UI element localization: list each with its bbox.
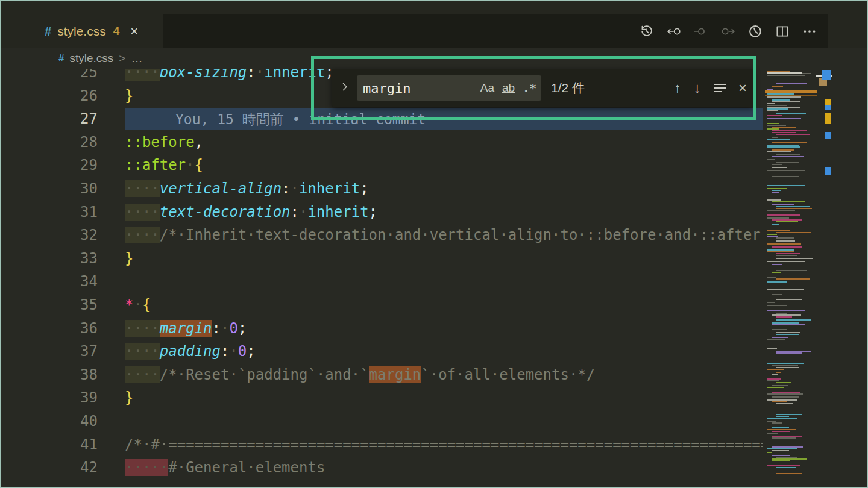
- minimap-highlight-mark: [765, 95, 817, 96]
- find-widget: margin Aa ab .* 1/2 件 ↑ ↓ ×: [332, 69, 754, 107]
- regex-toggle[interactable]: .*: [523, 81, 536, 95]
- previous-diff-icon[interactable]: [693, 23, 709, 39]
- blame-line-highlight: You, 15 時間前 • initial commit: [125, 108, 763, 130]
- minimap-highlight-mark: [765, 90, 817, 93]
- line-number: 29: [1, 154, 98, 177]
- code-line-35: *·{: [125, 293, 763, 317]
- code-line-41: /*·#·===================================…: [125, 433, 763, 457]
- code-line-37: ····padding:·0;: [125, 340, 763, 363]
- line-number: 26: [1, 84, 98, 108]
- next-diff-icon[interactable]: [720, 23, 736, 39]
- code-line-40: [125, 410, 763, 433]
- tab-label: style.css: [57, 24, 106, 39]
- code-line-33: }: [125, 247, 763, 271]
- code-line-30: ····vertical-align:·inherit;: [125, 177, 763, 201]
- gutter: 252627282930313233343536373839404142: [1, 61, 98, 480]
- code-line-32: ····/*·Inherit·text-decoration·and·verti…: [125, 224, 763, 247]
- match-count: 1/2 件: [551, 80, 585, 96]
- code-line-39: }: [125, 386, 763, 410]
- line-number: 28: [1, 131, 98, 154]
- find-toggles: Aa ab .*: [480, 81, 536, 95]
- more-actions-icon[interactable]: [802, 23, 817, 39]
- code-line-27: You, 15 時間前 • initial commit: [125, 107, 763, 131]
- line-number: 31: [1, 201, 98, 224]
- history-icon[interactable]: [639, 23, 655, 39]
- breadcrumb-file[interactable]: style.css: [69, 52, 113, 65]
- code-line-28: ::before,: [125, 131, 763, 154]
- overview-ruler-mark: [822, 70, 831, 80]
- code-line-34: [125, 270, 763, 293]
- line-number: 37: [1, 340, 98, 363]
- line-number: 38: [1, 363, 98, 387]
- line-number: 42: [1, 456, 98, 480]
- line-number: 32: [1, 224, 98, 247]
- close-find-widget-icon[interactable]: ×: [738, 81, 747, 95]
- breadcrumb-symbol[interactable]: …: [131, 52, 142, 65]
- split-editor-icon[interactable]: [775, 23, 790, 39]
- css-file-icon: #: [58, 52, 64, 64]
- breadcrumb-separator: >: [119, 52, 125, 65]
- find-query-text: margin: [363, 81, 410, 96]
- overview-ruler-mark: [825, 132, 831, 139]
- code-line-36: ····margin:·0;: [125, 317, 763, 340]
- tab-style-css[interactable]: # style.css 4 ×: [36, 14, 146, 48]
- overview-ruler-mark: [816, 75, 832, 77]
- line-number: 30: [1, 177, 98, 201]
- line-number: 35: [1, 293, 98, 317]
- breadcrumb: # style.css > …: [1, 48, 820, 69]
- tab-close-icon[interactable]: ×: [130, 23, 138, 39]
- find-input[interactable]: margin Aa ab .*: [357, 75, 541, 101]
- whole-word-toggle[interactable]: ab: [502, 81, 515, 95]
- css-file-icon: #: [45, 25, 51, 39]
- find-in-selection-icon[interactable]: [714, 84, 726, 92]
- editor-viewport: 252627282930313233343536373839404142 ···…: [1, 61, 763, 488]
- line-number: 39: [1, 386, 98, 410]
- line-number: 41: [1, 433, 98, 457]
- minimap-highlight-mark: [767, 72, 802, 74]
- inline-blame-text: You, 15 時間前 • initial commit: [125, 111, 426, 127]
- line-number: 27: [1, 107, 98, 131]
- line-number: 40: [1, 410, 98, 433]
- editor-actions: [639, 14, 817, 48]
- previous-change-icon[interactable]: [666, 23, 682, 39]
- line-number: 36: [1, 317, 98, 340]
- next-match-icon[interactable]: ↓: [694, 81, 701, 95]
- overview-ruler-mark: [825, 99, 831, 105]
- overview-ruler-mark: [825, 167, 831, 175]
- overview-ruler-mark: [825, 105, 831, 110]
- line-number: 33: [1, 247, 98, 271]
- code-line-31: ····text-decoration:·inherit;: [125, 201, 763, 224]
- code-lines[interactable]: ····box-sizing:·inherit;}You, 15 時間前 • i…: [125, 61, 763, 480]
- minimap[interactable]: [765, 69, 817, 484]
- code-line-38: ····/*·Reset·`padding`·and·`margin`·of·a…: [125, 363, 763, 387]
- line-number: 34: [1, 270, 98, 293]
- open-changes-icon[interactable]: [747, 23, 763, 39]
- vscode-window: 252627282930313233343536373839404142 ···…: [0, 0, 868, 488]
- previous-match-icon[interactable]: ↑: [674, 81, 681, 95]
- code-line-42: ·····#·General·elements: [125, 456, 763, 480]
- tab-bar: # style.css 4 ×: [1, 1, 868, 48]
- tab-problem-badge: 4: [113, 25, 120, 38]
- overview-ruler-mark: [825, 113, 831, 124]
- overview-ruler-mark: [819, 78, 827, 86]
- toggle-replace-icon[interactable]: [339, 81, 351, 95]
- code-line-29: ::after·{: [125, 154, 763, 177]
- match-case-toggle[interactable]: Aa: [480, 81, 494, 95]
- find-actions: ↑ ↓ ×: [674, 81, 747, 95]
